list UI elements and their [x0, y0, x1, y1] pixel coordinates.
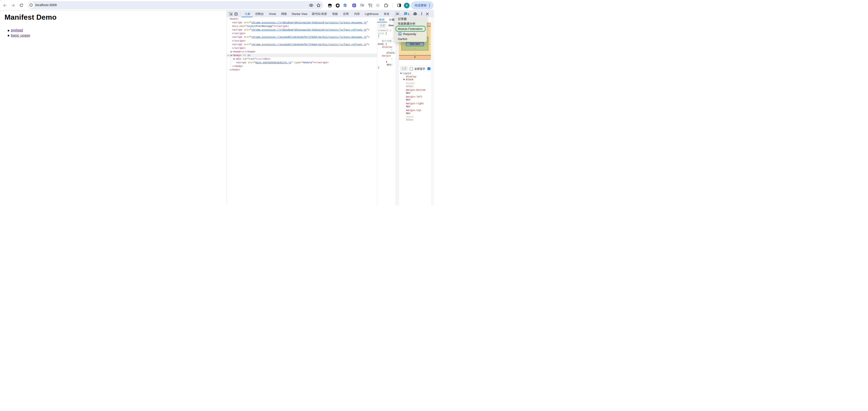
svg-text:G: G [344, 4, 346, 6]
